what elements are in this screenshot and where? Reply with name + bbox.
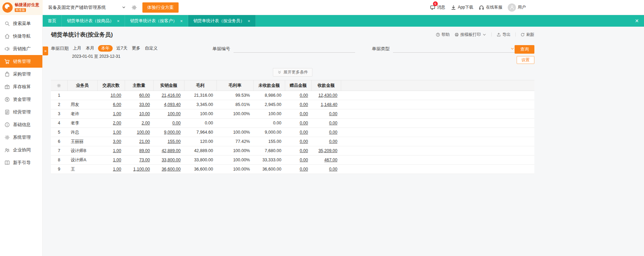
drilldown-link[interactable]: 100.00 <box>137 130 150 135</box>
cell-received[interactable]: 467.00 <box>311 156 341 165</box>
drilldown-link[interactable]: 36,600.00 <box>162 167 181 172</box>
drilldown-link[interactable]: 1.00 <box>113 158 121 162</box>
drilldown-link[interactable]: 33.00 <box>139 102 150 107</box>
cell-sales[interactable]: 9,000.00 <box>153 128 184 137</box>
cell-trades[interactable]: 1.00 <box>97 165 125 174</box>
cell-qty[interactable]: 89.00 <box>125 146 153 156</box>
cell-received[interactable]: 35,209.00 <box>311 146 341 156</box>
cell-qty[interactable]: 100.00 <box>125 128 153 137</box>
sidebar-item-operations[interactable]: 经营管理 <box>0 106 42 118</box>
drilldown-link[interactable]: 10.00 <box>139 111 150 116</box>
drilldown-link[interactable]: 1.00 <box>113 148 121 153</box>
cell-gift[interactable]: 0.00 <box>285 91 311 100</box>
date-option-3[interactable]: 近7天 <box>116 45 128 52</box>
online-service-button[interactable]: 在线客服 <box>479 4 502 10</box>
date-option-4[interactable]: 更多 <box>131 45 141 52</box>
gear-icon[interactable] <box>131 5 137 10</box>
column-settings-cell[interactable] <box>51 80 67 91</box>
sidebar-item-search-menu[interactable]: 搜索菜单 <box>0 17 42 30</box>
cell-gift[interactable]: 0.00 <box>285 109 311 119</box>
drilldown-link[interactable]: 0.00 <box>300 93 308 98</box>
drilldown-link[interactable]: 9,000.00 <box>164 130 181 135</box>
cell-trades[interactable]: 1.00 <box>97 156 125 165</box>
cell-trades[interactable]: 10.00 <box>97 91 125 100</box>
cell-gift[interactable]: 0.00 <box>285 146 311 156</box>
drilldown-link[interactable]: 0.00 <box>300 139 308 144</box>
messages-button[interactable]: 6 消息 <box>430 4 445 10</box>
drilldown-link[interactable]: 0.00 <box>300 121 308 125</box>
cell-received[interactable]: 0.00 <box>311 119 341 128</box>
tab-report-by-salesman[interactable]: 销货单统计表（按业务员）× <box>188 15 256 27</box>
cell-received[interactable]: 0.00 <box>311 137 341 146</box>
settings-button[interactable]: 设置 <box>517 56 534 64</box>
drilldown-link[interactable]: 0.00 <box>300 148 308 153</box>
tab-close-icon[interactable]: × <box>180 18 183 24</box>
drilldown-link[interactable]: 21.00 <box>139 139 150 144</box>
drilldown-link[interactable]: 73.00 <box>139 158 150 162</box>
close-all-tabs-icon[interactable]: ✕ <box>635 18 639 24</box>
sidebar-item-system[interactable]: 系统管理 <box>0 131 42 144</box>
export-button[interactable]: 导出 <box>496 32 510 38</box>
cell-qty[interactable]: 73.00 <box>125 156 153 165</box>
drilldown-link[interactable]: 1,148.40 <box>321 102 337 107</box>
drilldown-link[interactable]: 0.00 <box>300 167 308 172</box>
date-option-2[interactable]: 本年 <box>98 45 113 52</box>
drilldown-link[interactable]: 0.00 <box>329 139 337 144</box>
column-header-name[interactable]: 业务员 <box>67 80 97 91</box>
drilldown-link[interactable]: 12,430.00 <box>318 93 337 98</box>
cell-sales[interactable]: 36,600.00 <box>153 165 184 174</box>
column-header-received[interactable]: 收款金额 <box>311 80 341 91</box>
cell-qty[interactable]: 60.00 <box>125 91 153 100</box>
drilldown-link[interactable]: 2.00 <box>142 121 150 125</box>
column-header-unpaid[interactable]: 未收款金额 <box>253 80 285 91</box>
drilldown-link[interactable]: 33,800.00 <box>162 158 181 162</box>
date-option-0[interactable]: 上月 <box>72 45 82 52</box>
sidebar-item-marketing[interactable]: 营销推广 <box>0 42 42 55</box>
sidebar-item-base-info[interactable]: 基础信息 <box>0 118 42 131</box>
sidebar-item-funds[interactable]: 资金管理 <box>0 93 42 106</box>
tab-home[interactable]: 首页 <box>43 15 62 27</box>
cell-gift[interactable]: 0.00 <box>285 165 311 174</box>
tab-close-icon[interactable]: × <box>248 18 250 24</box>
cell-gift[interactable]: 0.00 <box>285 156 311 165</box>
date-range-value[interactable]: 2023-01-01 至 2023-12-31 <box>72 54 212 59</box>
cell-sales[interactable]: 4,093.40 <box>153 100 184 109</box>
trial-industry-button[interactable]: 体验行业方案 <box>142 2 179 13</box>
search-button[interactable]: 查询 <box>515 45 534 54</box>
tab-close-icon[interactable]: × <box>117 18 120 24</box>
cell-gift[interactable]: 0.00 <box>285 137 311 146</box>
cell-gift[interactable]: 0.00 <box>285 128 311 137</box>
drilldown-link[interactable]: 6.00 <box>113 102 121 107</box>
sidebar-item-enterprise-collab[interactable]: 企业协同 <box>0 144 42 156</box>
cell-received[interactable]: 0.00 <box>311 165 341 174</box>
refresh-button[interactable]: 刷新 <box>520 32 534 38</box>
cell-trades[interactable]: 1.00 <box>97 128 125 137</box>
column-header-profit[interactable]: 毛利 <box>184 80 216 91</box>
cell-received[interactable]: 12,430.00 <box>311 91 341 100</box>
drilldown-link[interactable]: 1.00 <box>113 167 121 172</box>
sidebar-item-sales[interactable]: 销售管理 <box>0 55 42 68</box>
date-option-1[interactable]: 本月 <box>85 45 95 52</box>
drilldown-link[interactable]: 100.00 <box>168 111 181 116</box>
cell-sales[interactable]: 21,416.00 <box>153 91 184 100</box>
date-option-5[interactable]: 自定义 <box>144 45 158 52</box>
drilldown-link[interactable]: 0.00 <box>300 111 308 116</box>
drilldown-link[interactable]: 0.00 <box>172 121 181 125</box>
cell-qty[interactable]: 33.00 <box>125 100 153 109</box>
cell-sales[interactable]: 33,800.00 <box>153 156 184 165</box>
tab-report-by-customer[interactable]: 销货单统计表（按客户）× <box>125 15 188 27</box>
drilldown-link[interactable]: 10.00 <box>111 93 121 98</box>
drilldown-link[interactable]: 0.00 <box>300 158 308 162</box>
drilldown-link[interactable]: 3.00 <box>113 139 121 144</box>
sidebar-item-beginner-guide[interactable]: 新手引导 <box>0 156 42 169</box>
drilldown-link[interactable]: 1.00 <box>113 130 121 135</box>
drilldown-link[interactable]: 155.00 <box>168 139 181 144</box>
cell-gift[interactable]: 0.00 <box>285 100 311 109</box>
cell-qty[interactable]: 21.00 <box>125 137 153 146</box>
sidebar-item-quick-nav[interactable]: 快捷导航 <box>0 30 42 42</box>
cell-gift[interactable]: 0.00 <box>285 119 311 128</box>
print-by-template-button[interactable]: 按模板打印 <box>454 32 487 38</box>
drilldown-link[interactable]: 0.00 <box>329 121 337 125</box>
drilldown-link[interactable]: 4,093.40 <box>164 102 181 107</box>
drilldown-link[interactable]: 21,416.00 <box>162 93 181 98</box>
